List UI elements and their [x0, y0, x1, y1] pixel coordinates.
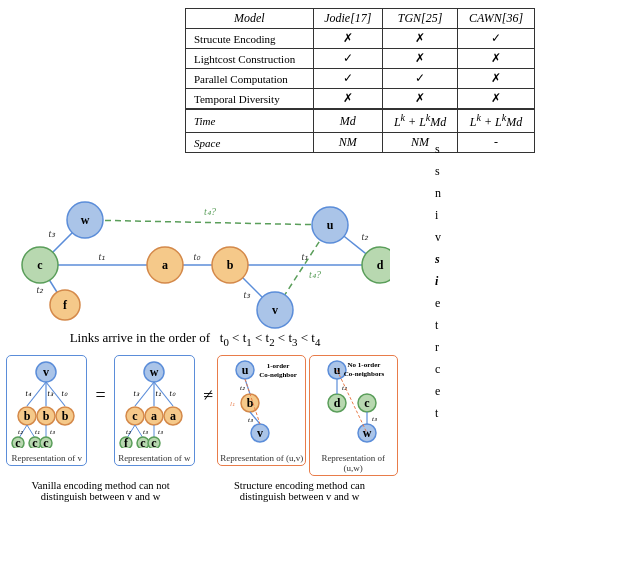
table-row: Lightcost Construction ✓ ✗ ✗: [186, 49, 535, 69]
svg-text:c: c: [140, 436, 146, 448]
svg-text:b: b: [43, 409, 50, 423]
bottom-caption-left: Vanilla encoding method can notdistingui…: [2, 480, 199, 502]
svg-text:t₀: t₀: [169, 389, 175, 398]
svg-text:d: d: [333, 396, 340, 410]
svg-text:t₂: t₂: [126, 428, 131, 436]
svg-text:v: v: [257, 426, 263, 440]
diagram-uw-label: Representation of (u,w): [312, 453, 395, 473]
svg-text:t₄: t₄: [26, 389, 32, 398]
col-jodie: Jodie[17]: [313, 9, 383, 29]
bottom-diagrams-section: v t₄ t₃ t₀ b b b: [0, 355, 400, 565]
diagram-v: v t₄ t₃ t₀ b b b: [6, 355, 87, 466]
svg-text:v: v: [43, 365, 49, 379]
svg-text:Co-neighbor: Co-neighbor: [259, 371, 297, 379]
svg-text:t₄?: t₄?: [309, 269, 321, 280]
svg-text:w: w: [150, 365, 159, 379]
links-order-text: Links arrive in the order of t0 < t1 < t…: [10, 330, 380, 348]
svg-text:c: c: [132, 409, 138, 423]
svg-text:t₂: t₂: [37, 284, 45, 295]
svg-text:c: c: [151, 436, 157, 448]
notequals-sign: ≠: [201, 385, 215, 406]
svg-text:t₁: t₁: [155, 389, 160, 398]
main-graph: t₃ t₁ t₂ t₀ t₃ t₁ t₂ t₄? t₄? w c f: [10, 150, 390, 350]
diagram-uv-label: Representation of (u,v): [220, 453, 303, 463]
svg-text:No 1-order: No 1-order: [347, 361, 380, 369]
temporal-diversity-row: Temporal Diversity: [186, 89, 314, 110]
svg-text:v: v: [272, 303, 278, 317]
svg-text:c: c: [44, 436, 50, 448]
col-model: Model: [186, 9, 314, 29]
svg-text:t₃: t₃: [49, 228, 57, 239]
right-text-column: s s n i v s i e t r c e t: [435, 140, 635, 426]
diagram-v-label: Representation of v: [9, 453, 84, 463]
svg-text:w: w: [362, 426, 371, 440]
diagram-uv: u v 1-order Co-neighbor b t₂ t₃ l₁: [217, 355, 306, 466]
comparison-table: Model Jodie[17] TGN[25] CAWN[36] Strucut…: [185, 8, 535, 153]
col-cawn: CAWN[36]: [458, 9, 535, 29]
equals-sign: =: [93, 385, 107, 406]
svg-text:t₂: t₂: [18, 428, 23, 436]
svg-text:w: w: [81, 213, 90, 227]
svg-text:t₃: t₃: [248, 416, 253, 424]
svg-text:c: c: [16, 436, 22, 448]
svg-text:c: c: [37, 258, 43, 272]
svg-text:l₁: l₁: [230, 400, 235, 408]
svg-text:1-order: 1-order: [267, 362, 290, 370]
svg-text:b: b: [227, 258, 234, 272]
svg-text:a: a: [151, 409, 157, 423]
svg-text:u: u: [327, 218, 334, 232]
svg-text:u: u: [242, 363, 249, 377]
table-row: Parallel Computation ✓ ✓ ✗: [186, 69, 535, 89]
time-row: Time Md Lk + LkMd Lk + LkMd: [186, 109, 535, 133]
svg-text:t₁: t₁: [99, 251, 106, 262]
svg-text:t₃: t₃: [50, 428, 55, 436]
svg-text:t₀: t₀: [62, 389, 68, 398]
svg-text:t₃: t₃: [143, 428, 148, 436]
table-row: Strucute Encoding ✗ ✗ ✓: [186, 29, 535, 49]
svg-text:a: a: [162, 258, 168, 272]
diagram-uw: u w No 1-order Co-neighbors d t₂ c t₃: [309, 355, 398, 476]
svg-text:t₃: t₃: [244, 289, 252, 300]
svg-text:t₄?: t₄?: [204, 206, 216, 217]
svg-text:t₁: t₁: [35, 428, 40, 436]
col-tgn: TGN[25]: [383, 9, 458, 29]
diagram-w-label: Representation of w: [117, 453, 192, 463]
svg-text:t₃: t₃: [372, 415, 377, 423]
svg-text:d: d: [377, 258, 384, 272]
svg-text:c: c: [33, 436, 39, 448]
svg-text:t₂: t₂: [240, 384, 245, 392]
svg-text:t₃: t₃: [158, 428, 163, 436]
svg-text:b: b: [62, 409, 69, 423]
svg-text:Co-neighbors: Co-neighbors: [343, 370, 384, 378]
svg-text:t₂: t₂: [362, 231, 370, 242]
svg-text:b: b: [24, 409, 31, 423]
diagram-w: w t₃ t₁ t₀ c a a t₂ t₃: [114, 355, 195, 466]
svg-text:c: c: [364, 396, 370, 410]
svg-text:a: a: [170, 409, 176, 423]
table-row: Temporal Diversity ✗ ✗ ✗: [186, 89, 535, 110]
svg-text:t₀: t₀: [194, 251, 202, 262]
svg-text:t₃: t₃: [133, 389, 139, 398]
bottom-caption-right: Structure encoding method candistinguish…: [201, 480, 398, 502]
svg-line-14: [85, 220, 330, 225]
